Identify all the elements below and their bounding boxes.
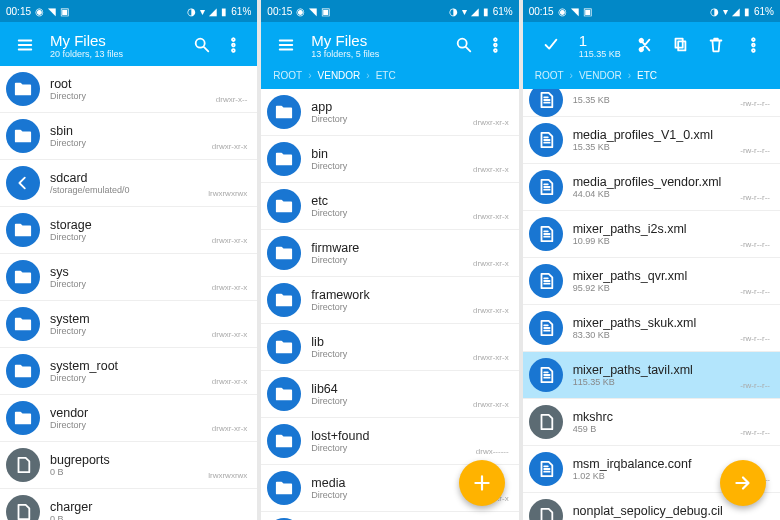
app-bar: My Files20 folders, 13 files	[0, 22, 257, 66]
list-item[interactable]: sysDirectorydrwxr-xr-x	[0, 254, 257, 301]
item-subtitle: Directory	[50, 373, 212, 383]
breadcrumb-part[interactable]: ROOT	[535, 70, 564, 81]
fab-go-button[interactable]	[720, 460, 766, 506]
menu-button[interactable]	[271, 30, 301, 60]
item-subtitle: Directory	[50, 232, 212, 242]
file-icon	[6, 495, 40, 520]
status-data-icon: ◑	[710, 6, 719, 17]
list-item[interactable]: appDirectorydrwxr-xr-x	[261, 89, 518, 136]
list-item[interactable]: storageDirectorydrwxr-xr-x	[0, 207, 257, 254]
breadcrumb-part[interactable]: ETC	[376, 70, 396, 81]
list-item[interactable]: rootDirectorydrwxr-x--	[0, 66, 257, 113]
item-name: msm_irqbalance.conf	[573, 457, 741, 471]
file-icon	[529, 405, 563, 439]
folder-icon	[267, 377, 301, 411]
list-item[interactable]: sdcard/storage/emulated/0lrwxrwxrwx	[0, 160, 257, 207]
item-name: etc	[311, 194, 473, 208]
file-list[interactable]: 15.35 KB-rw-r--r--media_profiles_V1_0.xm…	[523, 89, 780, 520]
item-subtitle: Directory	[311, 208, 473, 218]
list-item[interactable]: media_profiles_V1_0.xml15.35 KB-rw-r--r-…	[523, 117, 780, 164]
list-item[interactable]: frameworkDirectorydrwxr-xr-x	[261, 277, 518, 324]
file-list[interactable]: rootDirectorydrwxr-x--sbinDirectorydrwxr…	[0, 66, 257, 520]
selection-done-button[interactable]	[533, 30, 569, 60]
item-name: mkshrc	[573, 410, 741, 424]
breadcrumb: ROOT›VENDOR›ETC	[523, 66, 780, 89]
list-item[interactable]: mixer_paths_tavil.xml115.35 KB-rw-r--r--	[523, 352, 780, 399]
file-manager-pane: 00:15◉◥▣◑▾◢▮61%1115.35 KBROOT›VENDOR›ETC…	[523, 0, 780, 520]
folder-icon	[267, 95, 301, 129]
folder-icon	[267, 283, 301, 317]
breadcrumb-part[interactable]: VENDOR	[579, 70, 622, 81]
list-item[interactable]: firmwareDirectorydrwxr-xr-x	[261, 230, 518, 277]
breadcrumb-part[interactable]: ROOT	[273, 70, 302, 81]
status-signal-icon: ◢	[209, 6, 217, 17]
folder-icon	[6, 72, 40, 106]
overflow-button[interactable]	[217, 30, 247, 60]
list-item[interactable]: media_profiles_vendor.xml44.04 KB-rw-r--…	[523, 164, 780, 211]
copy-button[interactable]	[662, 30, 698, 60]
item-name: bin	[311, 147, 473, 161]
breadcrumb-part[interactable]: ETC	[637, 70, 657, 81]
app-bar-selection: 1115.35 KB	[523, 22, 780, 66]
overflow-button[interactable]	[479, 30, 509, 60]
status-signal-icon: ◢	[471, 6, 479, 17]
status-data-icon: ◑	[449, 6, 458, 17]
status-battery: 61%	[231, 6, 251, 17]
delete-button[interactable]	[698, 30, 734, 60]
overflow-button[interactable]	[734, 30, 770, 60]
item-subtitle: Directory	[311, 161, 473, 171]
menu-button[interactable]	[10, 30, 40, 60]
chevron-right-icon: ›	[308, 70, 311, 81]
item-subtitle: Directory	[50, 279, 212, 289]
item-permissions: drwxr-xr-x	[212, 236, 248, 245]
folder-icon	[6, 119, 40, 153]
list-item[interactable]: charger0 Blrwxrwxrwx	[0, 489, 257, 520]
list-item[interactable]: bugreports0 Blrwxrwxrwx	[0, 442, 257, 489]
app-title: My Files	[311, 32, 448, 49]
list-item[interactable]: 15.35 KB-rw-r--r--	[523, 89, 780, 117]
list-item[interactable]: mixer_paths_qvr.xml95.92 KB-rw-r--r--	[523, 258, 780, 305]
list-item[interactable]: mkshrc459 B-rw-r--r--	[523, 399, 780, 446]
item-permissions: drwxr-xr-x	[473, 306, 509, 315]
list-item[interactable]: mixer_paths_i2s.xml10.99 KB-rw-r--r--	[523, 211, 780, 258]
item-name: system	[50, 312, 212, 326]
item-subtitle: 10.99 KB	[573, 236, 741, 246]
list-item[interactable]: etcDirectorydrwxr-xr-x	[261, 183, 518, 230]
list-item[interactable]: lost+foundDirectorydrwx------	[261, 418, 518, 465]
item-name: charger	[50, 500, 208, 514]
search-button[interactable]	[187, 30, 217, 60]
item-permissions: drwxr-xr-x	[212, 142, 248, 151]
status-bar: 00:15◉◥▣◑▾◢▮61%	[523, 0, 780, 22]
item-name: mixer_paths_tavil.xml	[573, 363, 741, 377]
item-subtitle: 0 B	[50, 514, 208, 520]
list-item[interactable]: lib64Directorydrwxr-xr-x	[261, 371, 518, 418]
folder-icon	[6, 354, 40, 388]
list-item[interactable]: sbinDirectorydrwxr-xr-x	[0, 113, 257, 160]
status-bar: 00:15◉◥▣◑▾◢▮61%	[261, 0, 518, 22]
item-subtitle: 15.35 KB	[573, 95, 741, 105]
list-item[interactable]: binDirectorydrwxr-xr-x	[261, 136, 518, 183]
status-telegram-icon: ◥	[571, 6, 579, 17]
list-item[interactable]: vendorDirectorydrwxr-xr-x	[0, 395, 257, 442]
status-battery-icon: ▮	[483, 6, 489, 17]
breadcrumb-part[interactable]: VENDOR	[318, 70, 361, 81]
breadcrumb: ROOT›VENDOR›ETC	[261, 66, 518, 89]
fab-add-button[interactable]	[459, 460, 505, 506]
item-subtitle: 44.04 KB	[573, 189, 741, 199]
doc-icon	[529, 170, 563, 204]
item-subtitle: 1.02 KB	[573, 471, 741, 481]
item-subtitle: Directory	[50, 420, 212, 430]
list-item[interactable]: systemDirectorydrwxr-xr-x	[0, 301, 257, 348]
search-button[interactable]	[449, 30, 479, 60]
cut-button[interactable]	[626, 30, 662, 60]
list-item[interactable]: libDirectorydrwxr-xr-x	[261, 324, 518, 371]
list-item[interactable]: mixer_paths_skuk.xml83.30 KB-rw-r--r--	[523, 305, 780, 352]
list-item[interactable]: system_rootDirectorydrwxr-xr-x	[0, 348, 257, 395]
status-wifi-icon: ▾	[462, 6, 467, 17]
file-list[interactable]: appDirectorydrwxr-xr-xbinDirectorydrwxr-…	[261, 89, 518, 520]
list-item[interactable]: overlayDirectorydrwxr-xr-x	[261, 512, 518, 520]
item-name: root	[50, 77, 216, 91]
status-msg-icon: ▣	[321, 6, 330, 17]
item-subtitle: 115.35 KB	[573, 377, 741, 387]
app-title: My Files	[50, 32, 187, 49]
